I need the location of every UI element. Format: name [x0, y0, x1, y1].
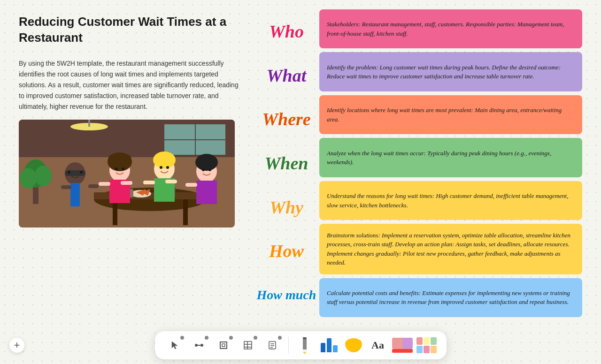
svg-point-40 [115, 167, 118, 170]
svg-rect-71 [392, 349, 413, 353]
frame-icon [219, 341, 228, 350]
svg-rect-20 [61, 185, 71, 189]
label-where: Where [254, 99, 319, 139]
card-who: Stakeholders: Restaurant management, sta… [319, 9, 582, 48]
svg-point-45 [208, 168, 211, 171]
svg-point-43 [166, 166, 169, 169]
card-what: Identify the problem: Long customer wait… [319, 52, 582, 91]
shape-icon [345, 338, 362, 352]
frame-tool-button[interactable] [213, 335, 234, 356]
media-icon [392, 338, 413, 353]
cards-column: Stakeholders: Restaurant management, sta… [319, 9, 582, 317]
line-badge [205, 336, 208, 340]
shape-tool-button[interactable] [343, 335, 364, 356]
label-how: How [254, 231, 319, 272]
svg-rect-28 [121, 181, 132, 185]
card-where-text: Identify locations where long wait times… [327, 106, 575, 124]
plus-icon: + [14, 339, 20, 351]
note-badge [278, 336, 282, 340]
note-icon [268, 341, 277, 350]
svg-point-25 [122, 154, 131, 166]
line-tool-button[interactable] [189, 335, 209, 356]
card-who-text: Stakeholders: Restaurant management, sta… [327, 20, 575, 38]
card-why: Understand the reasons for long wait tim… [319, 181, 582, 220]
label-how-much: How much [254, 275, 319, 315]
table-tool-button[interactable] [238, 335, 258, 356]
label-what: What [254, 55, 319, 96]
pencil-icon [300, 336, 310, 354]
toolbar: Aa [0, 326, 601, 364]
svg-point-53 [200, 344, 203, 347]
svg-rect-19 [70, 183, 80, 206]
main-content: Reducing Customer Wait Times at a Restau… [0, 0, 601, 326]
toolbar-inner: Aa [155, 331, 447, 359]
pencil-tool-button[interactable] [294, 335, 315, 356]
cursor-badge [180, 336, 184, 340]
right-panel: Who What Where When Why How How much [254, 9, 582, 317]
card-when: Analyze when the long wait times occur: … [319, 138, 582, 177]
svg-rect-10 [183, 199, 188, 225]
card-why-text: Understand the reasons for long wait tim… [327, 191, 575, 210]
description-text: By using the 5W2H template, the restaura… [19, 58, 239, 112]
note-tool-button[interactable] [262, 335, 283, 356]
chart-tool-button[interactable] [319, 335, 339, 356]
plus-button[interactable]: + [9, 338, 24, 353]
svg-point-39 [80, 171, 83, 174]
svg-rect-32 [143, 181, 155, 184]
svg-point-35 [195, 154, 218, 171]
svg-point-51 [195, 344, 198, 347]
svg-rect-37 [185, 183, 197, 187]
cursor-icon [170, 341, 179, 350]
chart-icon [321, 338, 338, 352]
template-icon [416, 337, 437, 353]
card-how-much: Calculate potential costs and benefits: … [319, 278, 582, 317]
table-badge [254, 336, 257, 340]
svg-rect-27 [99, 182, 110, 186]
svg-rect-64 [303, 337, 307, 350]
restaurant-svg [19, 120, 235, 228]
svg-point-42 [160, 166, 162, 169]
svg-point-44 [202, 168, 205, 171]
svg-rect-33 [165, 180, 177, 183]
svg-point-41 [122, 167, 124, 170]
svg-point-24 [108, 154, 117, 166]
svg-rect-56 [244, 341, 252, 349]
svg-rect-36 [196, 181, 217, 204]
svg-rect-18 [65, 170, 85, 176]
labels-column: Who What Where When Why How How much [254, 9, 319, 317]
svg-point-30 [153, 152, 176, 168]
svg-marker-50 [172, 341, 177, 349]
svg-rect-69 [392, 338, 402, 349]
left-panel: Reducing Customer Wait Times at a Restau… [19, 9, 239, 317]
text-tool-button[interactable]: Aa [368, 335, 388, 356]
frame-badge [229, 336, 233, 340]
label-when: When [254, 143, 319, 183]
media-tool-button[interactable] [392, 335, 413, 356]
svg-rect-55 [222, 344, 225, 347]
label-why: Why [254, 187, 319, 228]
svg-rect-9 [113, 199, 117, 225]
svg-point-38 [68, 171, 70, 174]
svg-marker-66 [303, 352, 307, 354]
restaurant-image [19, 120, 235, 228]
card-what-text: Identify the problem: Long customer wait… [327, 63, 575, 81]
template-tool-button[interactable] [416, 335, 437, 356]
svg-rect-4 [164, 139, 225, 140]
svg-rect-54 [220, 342, 227, 349]
toolbar-divider-1 [288, 337, 289, 354]
svg-rect-6 [88, 120, 90, 127]
card-where: Identify locations where long wait times… [319, 95, 582, 134]
svg-rect-21 [88, 184, 99, 188]
svg-point-49 [35, 166, 52, 186]
svg-point-48 [20, 168, 37, 189]
text-icon: Aa [371, 339, 384, 351]
label-who: Who [254, 11, 319, 52]
cursor-tool-button[interactable] [164, 335, 185, 356]
card-how-text: Brainstorm solutions: Implement a reserv… [327, 231, 575, 267]
card-how-much-text: Calculate potential costs and benefits: … [327, 288, 575, 307]
svg-rect-65 [303, 349, 307, 352]
table-icon [243, 341, 253, 350]
svg-rect-67 [303, 337, 307, 339]
card-when-text: Analyze when the long wait times occur: … [327, 149, 575, 167]
svg-rect-70 [402, 338, 413, 349]
